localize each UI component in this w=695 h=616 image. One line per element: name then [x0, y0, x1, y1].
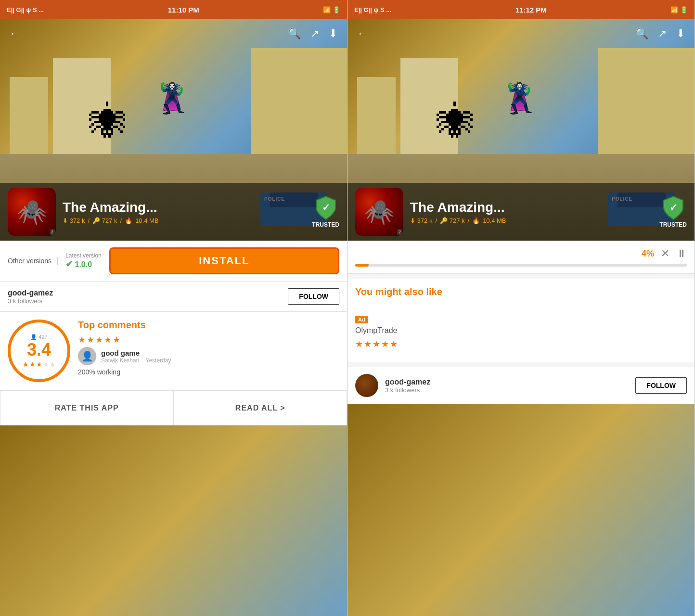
follow-button-right[interactable]: FOLLOW: [635, 377, 687, 394]
comment-user-info: good game Satwik Keshari Yesterday: [101, 349, 171, 364]
ad-badge: Ad: [355, 316, 368, 323]
comment-stars: ★ ★ ★ ★ ★: [78, 334, 339, 345]
building-3: [251, 48, 347, 154]
building-r3: [598, 48, 695, 154]
app-info-bar-left: 🕷️ 2 The Amazing... ⬇ 372 k / 🔑 727 k / …: [0, 183, 347, 241]
share-icon-right[interactable]: ↗: [658, 27, 667, 40]
back-button-left[interactable]: ←: [10, 27, 20, 40]
bottom-strip-right: [348, 404, 695, 616]
building-r1: [357, 77, 396, 154]
wifi-battery-icon: 📶 🔋: [323, 6, 340, 13]
publisher-section-left: good-gamez 3 k followers FOLLOW: [0, 282, 347, 312]
comment-user-name: good game: [101, 349, 171, 357]
back-button-right[interactable]: ←: [357, 27, 368, 40]
comment-text: 200% working: [78, 368, 339, 376]
download-percent: 4%: [355, 249, 654, 259]
follow-button-left[interactable]: FOLLOW: [288, 288, 339, 305]
size-count: 🔑 727 k: [92, 217, 117, 224]
recommendations-section: You might also like Ad OlympTrade ★ ★ ★ …: [348, 279, 695, 362]
cs-1: ★: [78, 334, 86, 345]
ad-name: OlympTrade: [355, 326, 687, 335]
spiderman-icon: 🕷️: [8, 188, 56, 236]
publisher-info-right: good-gamez 3 k followers: [385, 378, 629, 394]
rating-score: 3.4: [27, 341, 51, 359]
trusted-badge-right: ✓ TRUSTED: [659, 195, 687, 228]
panel-left: E|| G|| ψ S ... 11:10 PM 📶 🔋 POLICE 🕷 🦹: [0, 0, 348, 616]
download-section: 4% ✕ ⏸: [348, 241, 695, 274]
status-time-right: 11:12 PM: [515, 6, 547, 14]
cs-5: ★: [113, 334, 120, 345]
hero-nav-left: ← 🔍 ↗ ⬇: [0, 19, 347, 48]
other-versions-link[interactable]: Other versions: [8, 257, 58, 265]
building-1: [10, 77, 48, 154]
app-meta-left: ⬇ 372 k / 🔑 727 k / 🔥 10.4 MB: [63, 217, 305, 224]
share-icon-left[interactable]: ↗: [310, 27, 319, 40]
status-left-icons: E|| G|| ψ S ...: [7, 6, 44, 13]
download-count-right: ⬇ 372 k: [410, 217, 432, 224]
app-version-badge: 2: [50, 229, 55, 235]
install-button[interactable]: INSTALL: [109, 247, 339, 274]
comment-header: 👤 good game Satwik Keshari Yesterday: [78, 347, 339, 365]
separator-2: /: [120, 217, 122, 224]
read-all-button[interactable]: READ ALL >: [174, 391, 348, 425]
hero-villain: 🦹: [154, 81, 190, 116]
shield-icon-left: ✓: [315, 195, 336, 220]
action-buttons: RATE THIS APP READ ALL >: [0, 390, 347, 425]
shield-icon-right: ✓: [663, 195, 684, 220]
progress-bar-fill: [355, 264, 369, 267]
trusted-label-right: TRUSTED: [659, 221, 687, 228]
ad-star-5: ★: [390, 339, 398, 349]
trusted-label-left: TRUSTED: [312, 221, 339, 228]
ad-star-4: ★: [381, 339, 389, 349]
hero-spiderman-right: 🕷: [434, 100, 473, 144]
app-title-left: The Amazing...: [63, 199, 305, 216]
wifi-battery-icon-right: 📶 🔋: [670, 6, 688, 13]
comment-avatar: 👤: [78, 347, 96, 365]
publisher-section-right: good-gamez 3 k followers FOLLOW: [348, 367, 695, 404]
file-size: 10.4 MB: [135, 217, 158, 224]
publisher-name-right: good-gamez: [385, 378, 629, 386]
star-1: ★: [23, 360, 29, 368]
app-meta-right: ⬇ 372 k / 🔑 727 k / 🔥 10.4 MB: [410, 217, 653, 224]
hero-spiderman: 🕷: [87, 100, 125, 144]
status-bar-left: E|| G|| ψ S ... 11:10 PM 📶 🔋: [0, 0, 347, 19]
publisher-name-left: good-gamez: [8, 289, 281, 297]
download-top: 4% ✕ ⏸: [355, 247, 687, 260]
comment-reviewer-date: Satwik Keshari Yesterday: [101, 357, 171, 364]
star-3: ★: [36, 360, 42, 368]
cancel-download-button[interactable]: ✕: [661, 247, 669, 260]
star-5: ★: [50, 360, 56, 368]
version-info: Latest version ✔ 1.0.0: [65, 252, 102, 270]
ad-content: Ad OlympTrade ★ ★ ★ ★ ★: [355, 305, 687, 354]
publisher-avatar-right: [355, 374, 378, 397]
cs-4: ★: [104, 334, 112, 345]
ad-stars: ★ ★ ★ ★ ★: [355, 339, 687, 349]
app-title-group-right: The Amazing... ⬇ 372 k / 🔑 727 k / 🔥 10.…: [410, 199, 653, 225]
status-bar-right: E|| G|| ψ S ... 11:12 PM 📶 🔋: [348, 0, 695, 19]
publisher-info-left: good-gamez 3 k followers: [8, 289, 281, 305]
publisher-followers-right: 3 k followers: [385, 386, 629, 394]
search-icon-left[interactable]: 🔍: [288, 27, 301, 40]
star-4: ★: [43, 360, 49, 368]
search-icon-right[interactable]: 🔍: [635, 27, 648, 40]
download-count: ⬇ 372 k: [63, 217, 85, 224]
rating-stars: ★ ★ ★ ★ ★: [23, 360, 56, 368]
rate-app-button[interactable]: RATE THIS APP: [0, 391, 174, 425]
hero-image-right: POLICE 🕷 🦹 ← 🔍 ↗ ⬇ 🕷️ 2 The Amazing...: [348, 19, 695, 241]
cs-2: ★: [87, 334, 94, 345]
signal-icon: E|| G|| ψ S ...: [7, 6, 44, 13]
rating-circle: 👤 427 3.4 ★ ★ ★ ★ ★: [8, 320, 70, 382]
recommendations-title: You might also like: [355, 286, 687, 297]
trusted-badge-left: ✓ TRUSTED: [312, 195, 339, 228]
pause-download-button[interactable]: ⏸: [676, 247, 687, 260]
ratings-section: 👤 427 3.4 ★ ★ ★ ★ ★ Top comments ★ ★ ★ ★…: [0, 312, 347, 390]
hero-nav-right: ← 🔍 ↗ ⬇: [348, 19, 695, 48]
bottom-strip-left: [0, 425, 347, 616]
download-icon-left[interactable]: ⬇: [329, 27, 337, 40]
ad-star-3: ★: [373, 339, 380, 349]
status-time-left: 11:10 PM: [168, 6, 199, 14]
top-comments-title: Top comments: [78, 320, 339, 331]
app-title-right: The Amazing...: [410, 199, 653, 216]
download-icon-right[interactable]: ⬇: [676, 27, 685, 40]
top-comments: Top comments ★ ★ ★ ★ ★ 👤 good game Satwi…: [78, 320, 339, 382]
